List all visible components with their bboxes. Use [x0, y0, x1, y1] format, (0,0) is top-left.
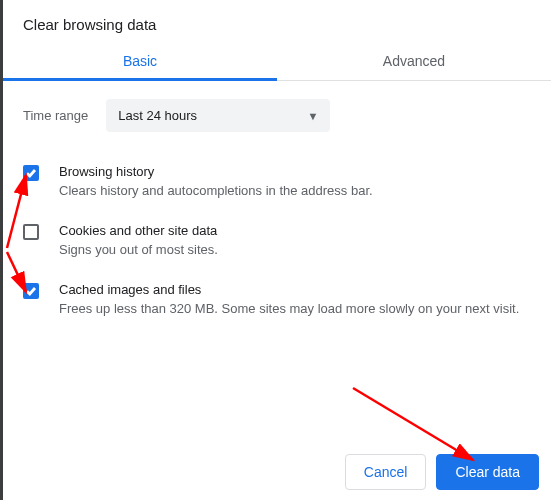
checkbox-browsing-history[interactable]	[23, 165, 39, 181]
time-range-select[interactable]: Last 24 hours ▼	[106, 99, 330, 132]
option-desc: Frees up less than 320 MB. Some sites ma…	[59, 300, 531, 319]
option-desc: Clears history and autocompletions in th…	[59, 182, 531, 201]
checkbox-cookies[interactable]	[23, 224, 39, 240]
option-desc: Signs you out of most sites.	[59, 241, 531, 260]
option-cache: Cached images and files Frees up less th…	[23, 270, 531, 329]
tab-basic[interactable]: Basic	[3, 41, 277, 80]
option-title: Cached images and files	[59, 282, 531, 297]
checkbox-cache[interactable]	[23, 283, 39, 299]
svg-line-2	[353, 388, 473, 460]
chevron-down-icon: ▼	[307, 110, 318, 122]
clear-data-button[interactable]: Clear data	[436, 454, 539, 490]
option-cookies: Cookies and other site data Signs you ou…	[23, 211, 531, 270]
dialog-title: Clear browsing data	[3, 0, 551, 41]
time-range-row: Time range Last 24 hours ▼	[3, 81, 551, 146]
option-title: Browsing history	[59, 164, 531, 179]
dialog-footer: Cancel Clear data	[345, 454, 539, 490]
time-range-label: Time range	[23, 108, 88, 123]
tab-advanced[interactable]: Advanced	[277, 41, 551, 80]
cancel-button[interactable]: Cancel	[345, 454, 427, 490]
time-range-value: Last 24 hours	[118, 108, 197, 123]
options-list: Browsing history Clears history and auto…	[3, 146, 551, 329]
option-title: Cookies and other site data	[59, 223, 531, 238]
option-browsing-history: Browsing history Clears history and auto…	[23, 152, 531, 211]
tabs: Basic Advanced	[3, 41, 551, 81]
